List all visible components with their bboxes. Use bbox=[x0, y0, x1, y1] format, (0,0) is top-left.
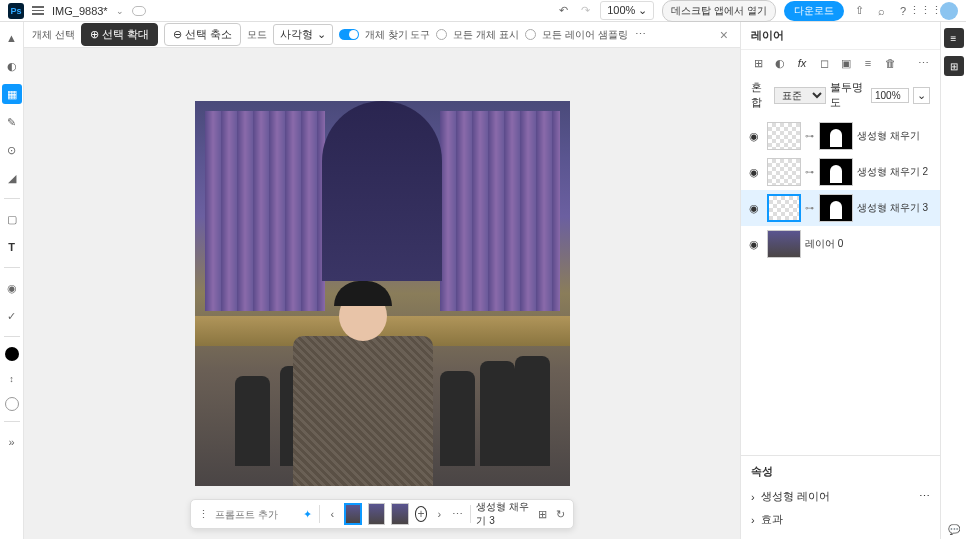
layers-panel-title: 레이어 bbox=[741, 22, 940, 50]
visibility-icon[interactable]: ◉ bbox=[749, 130, 763, 143]
crop-tool[interactable]: ▢ bbox=[2, 209, 22, 229]
object-finder-label: 개체 찾기 도구 bbox=[365, 28, 431, 42]
object-select-tool[interactable]: ▦ bbox=[2, 84, 22, 104]
visibility-icon[interactable]: ◉ bbox=[749, 202, 763, 215]
show-all-radio[interactable] bbox=[436, 29, 447, 40]
eyedropper-tool[interactable]: ✓ bbox=[2, 306, 22, 326]
visibility-icon[interactable]: ◉ bbox=[749, 166, 763, 179]
layer-name[interactable]: 생성형 채우기 bbox=[857, 129, 932, 143]
lasso-tool[interactable]: ◐ bbox=[2, 56, 22, 76]
generate-icon[interactable]: ✦ bbox=[301, 506, 313, 522]
more-options-icon[interactable]: ⋯ bbox=[634, 28, 648, 42]
refresh-icon[interactable]: ↻ bbox=[555, 506, 567, 522]
delete-icon[interactable]: 🗑 bbox=[883, 56, 897, 70]
layer-row[interactable]: ◉ 레이어 0 bbox=[741, 226, 940, 262]
select-expand-button[interactable]: ⊕선택 확대 bbox=[81, 23, 158, 46]
mask-icon[interactable]: ◻ bbox=[817, 56, 831, 70]
canvas[interactable] bbox=[195, 101, 570, 486]
add-variation-icon[interactable]: + bbox=[415, 506, 428, 522]
properties-panel: 속성 › 생성형 레이어 ⋯ › 효과 bbox=[741, 455, 940, 539]
gradient-tool[interactable]: ◉ bbox=[2, 278, 22, 298]
next-variation-icon[interactable]: › bbox=[433, 506, 445, 522]
layer-mask[interactable] bbox=[819, 158, 853, 186]
variation-thumb-1[interactable] bbox=[344, 503, 362, 525]
canvas-area[interactable]: ⋮ ✦ ‹ + › ⋯ 생성형 채우기 3 ⊞ ↻ bbox=[24, 48, 740, 539]
right-panel: 레이어 ⊞ ◐ fx ◻ ▣ ≡ 🗑 ⋯ 혼합 표준 불투명도 ⌄ ◉ ⊶ bbox=[740, 22, 940, 539]
app-logo: Ps bbox=[8, 3, 24, 19]
fx-icon[interactable]: fx bbox=[795, 56, 809, 70]
brush-tool[interactable]: ✎ bbox=[2, 112, 22, 132]
cloud-icon[interactable] bbox=[132, 6, 146, 16]
show-all-label: 모든 개체 표시 bbox=[453, 28, 519, 42]
link-icon[interactable]: ⊶ bbox=[805, 131, 815, 141]
search-icon[interactable]: ⌕ bbox=[874, 4, 888, 18]
comments-icon[interactable]: 💬 bbox=[944, 519, 964, 539]
add-layer-icon[interactable]: ⊞ bbox=[751, 56, 765, 70]
link-icon[interactable]: ⊶ bbox=[805, 167, 815, 177]
more-icon[interactable]: ⋯ bbox=[451, 506, 463, 522]
eraser-tool[interactable]: ◢ bbox=[2, 168, 22, 188]
layer-thumb[interactable] bbox=[767, 122, 801, 150]
clone-tool[interactable]: ⊙ bbox=[2, 140, 22, 160]
layer-row[interactable]: ◉ ⊶ 생성형 채우기 bbox=[741, 118, 940, 154]
layer-thumb[interactable] bbox=[767, 230, 801, 258]
download-button[interactable]: 다운로드 bbox=[784, 1, 844, 21]
opacity-input[interactable] bbox=[871, 88, 909, 103]
move-tool[interactable]: ▲ bbox=[2, 28, 22, 48]
variation-thumb-2[interactable] bbox=[368, 503, 385, 525]
object-finder-toggle[interactable] bbox=[339, 29, 359, 40]
background-color[interactable] bbox=[5, 397, 19, 411]
panel-menu-icon[interactable]: ⋯ bbox=[916, 56, 930, 70]
properties-section[interactable]: › 효과 bbox=[751, 508, 930, 531]
zoom-dropdown[interactable]: 100% ⌄ bbox=[600, 1, 654, 20]
more-tools-icon[interactable]: » bbox=[2, 432, 22, 452]
document-title: IMG_9883* bbox=[52, 5, 108, 17]
close-icon[interactable]: × bbox=[716, 27, 732, 43]
sample-all-radio[interactable] bbox=[525, 29, 536, 40]
layer-row[interactable]: ◉ ⊶ 생성형 채우기 2 bbox=[741, 154, 940, 190]
grip-icon[interactable]: ⋮ bbox=[197, 506, 209, 522]
layer-mask[interactable] bbox=[819, 122, 853, 150]
layer-name[interactable]: 레이어 0 bbox=[805, 237, 932, 251]
layer-name[interactable]: 생성형 채우기 2 bbox=[857, 165, 932, 179]
mode-dropdown[interactable]: 사각형⌄ bbox=[273, 24, 333, 45]
prompt-input[interactable] bbox=[215, 505, 295, 523]
link-icon[interactable]: ⊶ bbox=[805, 203, 815, 213]
tool-sidebar: ▲ ◐ ▦ ✎ ⊙ ◢ ▢ T ◉ ✓ ↕ » bbox=[0, 22, 24, 539]
options-bar: 개체 선택 ⊕선택 확대 ⊖선택 축소 모드 사각형⌄ 개체 찾기 도구 모든 … bbox=[24, 22, 740, 48]
visibility-icon[interactable]: ◉ bbox=[749, 238, 763, 251]
blend-mode-select[interactable]: 표준 bbox=[774, 87, 826, 104]
group-icon[interactable]: ▣ bbox=[839, 56, 853, 70]
blend-label: 혼합 bbox=[751, 80, 770, 110]
adjustments-tab-icon[interactable]: ⊞ bbox=[944, 56, 964, 76]
more-icon[interactable]: ⋯ bbox=[919, 490, 930, 503]
settings-icon[interactable]: ⊞ bbox=[537, 506, 549, 522]
layer-name[interactable]: 생성형 채우기 3 bbox=[857, 201, 932, 215]
foreground-color[interactable] bbox=[5, 347, 19, 361]
swap-colors-icon[interactable]: ↕ bbox=[2, 369, 22, 389]
prev-variation-icon[interactable]: ‹ bbox=[326, 506, 338, 522]
share-icon[interactable]: ⇧ bbox=[852, 4, 866, 18]
opacity-label: 불투명도 bbox=[830, 80, 867, 110]
mode-label: 모드 bbox=[247, 28, 267, 42]
apps-icon[interactable]: ⋮⋮⋮ bbox=[918, 4, 932, 18]
layer-thumb[interactable] bbox=[767, 194, 801, 222]
redo-icon[interactable]: ↷ bbox=[578, 4, 592, 18]
text-tool[interactable]: T bbox=[2, 237, 22, 257]
layers-tab-icon[interactable]: ≡ bbox=[944, 28, 964, 48]
layer-row[interactable]: ◉ ⊶ 생성형 채우기 3 bbox=[741, 190, 940, 226]
layer-thumb[interactable] bbox=[767, 158, 801, 186]
merge-icon[interactable]: ≡ bbox=[861, 56, 875, 70]
adjustment-icon[interactable]: ◐ bbox=[773, 56, 787, 70]
layer-mask[interactable] bbox=[819, 194, 853, 222]
variation-thumb-3[interactable] bbox=[391, 503, 408, 525]
menu-icon[interactable] bbox=[32, 6, 44, 15]
generative-fill-bar: ⋮ ✦ ‹ + › ⋯ 생성형 채우기 3 ⊞ ↻ bbox=[190, 499, 574, 529]
open-desktop-button[interactable]: 데스크탑 앱에서 열기 bbox=[662, 0, 776, 22]
chevron-down-icon[interactable]: ⌄ bbox=[116, 6, 124, 16]
undo-icon[interactable]: ↶ bbox=[556, 4, 570, 18]
right-sidebar: ≡ ⊞ 💬 bbox=[940, 22, 966, 539]
select-shrink-button[interactable]: ⊖선택 축소 bbox=[164, 23, 241, 46]
avatar[interactable] bbox=[940, 2, 958, 20]
properties-section[interactable]: › 생성형 레이어 ⋯ bbox=[751, 485, 930, 508]
